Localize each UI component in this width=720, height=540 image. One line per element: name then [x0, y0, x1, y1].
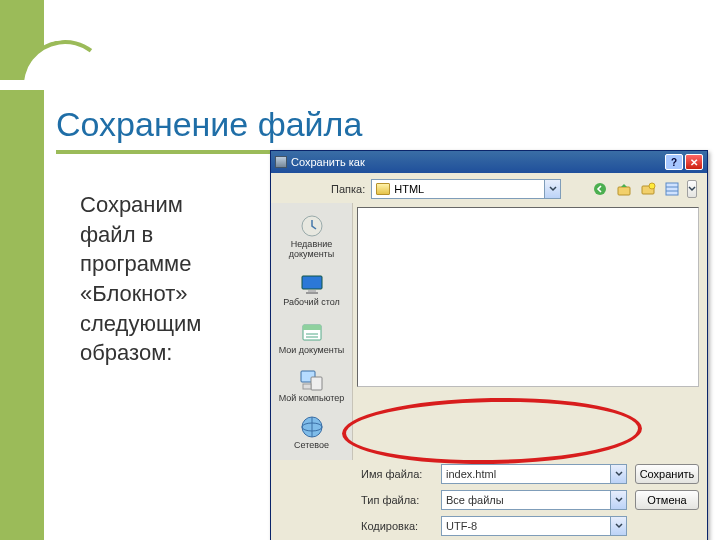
up-icon[interactable] [615, 180, 633, 198]
file-list-pane[interactable] [357, 207, 699, 387]
place-mydocs[interactable]: Мои документы [277, 315, 347, 359]
svg-point-3 [649, 183, 655, 189]
chevron-down-icon[interactable] [544, 180, 560, 198]
chevron-down-icon[interactable] [610, 517, 626, 535]
network-icon [297, 413, 327, 441]
views-dropdown[interactable] [687, 180, 697, 198]
filename-label: Имя файла: [361, 468, 433, 480]
svg-rect-4 [666, 183, 678, 195]
back-icon[interactable] [591, 180, 609, 198]
filetype-label: Тип файла: [361, 494, 433, 506]
dialog-titlebar[interactable]: Сохранить как ? ✕ [271, 151, 707, 173]
place-network[interactable]: Сетевое [292, 410, 331, 454]
filename-input[interactable]: index.html [441, 464, 627, 484]
place-recent[interactable]: Недавние документы [273, 209, 350, 263]
svg-rect-17 [303, 384, 311, 389]
dialog-title: Сохранить как [291, 156, 365, 168]
chevron-down-icon[interactable] [610, 491, 626, 509]
folder-icon [376, 183, 390, 195]
folder-combo[interactable]: HTML [371, 179, 561, 199]
save-as-dialog: Сохранить как ? ✕ Папка: HTML [270, 150, 708, 540]
cancel-button[interactable]: Отмена [635, 490, 699, 510]
encoding-combo[interactable]: UTF-8 [441, 516, 627, 536]
svg-rect-16 [311, 377, 322, 390]
slide-title: Сохранение файла [56, 105, 362, 144]
svg-rect-9 [308, 290, 316, 292]
place-desktop[interactable]: Рабочий стол [281, 267, 342, 311]
svg-rect-12 [303, 325, 321, 330]
mydocs-icon [297, 318, 327, 346]
close-button[interactable]: ✕ [685, 154, 703, 170]
place-computer[interactable]: Мой компьютер [277, 363, 347, 407]
chevron-down-icon[interactable] [610, 465, 626, 483]
folder-value: HTML [394, 183, 424, 195]
new-folder-icon[interactable] [639, 180, 657, 198]
places-bar: Недавние документы Рабочий стол Мои доку… [271, 203, 353, 460]
folder-label: Папка: [331, 183, 365, 195]
views-icon[interactable] [663, 180, 681, 198]
svg-rect-1 [618, 187, 630, 195]
svg-rect-8 [302, 276, 322, 289]
recent-icon [297, 212, 327, 240]
computer-icon [296, 366, 326, 394]
filetype-combo[interactable]: Все файлы [441, 490, 627, 510]
save-button[interactable]: Сохранить [635, 464, 699, 484]
help-button[interactable]: ? [665, 154, 683, 170]
desktop-icon [297, 270, 327, 298]
dialog-topbar: Папка: HTML [271, 173, 707, 203]
slide-body-text: Сохраним файл в программе «Блокнот» след… [80, 190, 240, 368]
encoding-label: Кодировка: [361, 520, 433, 532]
svg-point-0 [594, 183, 606, 195]
svg-rect-10 [306, 292, 318, 294]
save-icon [275, 156, 287, 168]
